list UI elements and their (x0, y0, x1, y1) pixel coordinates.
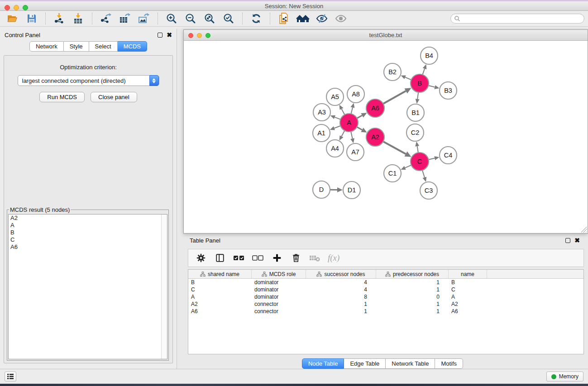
close-table-panel-icon[interactable]: ✖ (574, 238, 580, 243)
cell-name[interactable]: C (449, 286, 487, 293)
column-header-name[interactable]: name (449, 270, 487, 278)
run-mcds-button[interactable]: Run MCDS (39, 92, 85, 102)
result-item[interactable]: C (9, 236, 167, 243)
cell-shared-name[interactable]: A2 (188, 301, 252, 307)
edge-A-A1[interactable] (334, 126, 340, 128)
criterion-dropdown[interactable]: largest connected component (directed) (18, 75, 159, 86)
cell-shared-name[interactable]: A (188, 294, 252, 300)
cell-successor-nodes[interactable]: 4 (306, 286, 376, 293)
edge-B-B2[interactable] (405, 77, 411, 80)
result-item[interactable]: B (9, 229, 167, 236)
cell-predecessor-nodes[interactable]: 1 (376, 279, 449, 286)
tab-select[interactable]: Select (89, 41, 118, 52)
table-row[interactable]: A2connector11A2 (188, 300, 583, 308)
edge-A2-C[interactable] (383, 142, 406, 154)
zoom-out-icon[interactable] (182, 12, 200, 25)
edge-C-C2[interactable] (417, 146, 418, 152)
tab-mcds[interactable]: MCDS (118, 41, 147, 52)
column-header-shared-name[interactable]: shared name (188, 270, 252, 278)
delete-column-trash-icon[interactable] (290, 252, 302, 264)
result-scrollbar[interactable] (161, 214, 167, 359)
edge-A-A6[interactable] (357, 115, 363, 118)
resize-grip-icon[interactable] (581, 227, 587, 233)
cell-shared-name[interactable]: B (188, 279, 252, 286)
network-close-button[interactable] (188, 33, 193, 38)
column-browser-icon[interactable] (214, 252, 226, 264)
table-row[interactable]: Adominator80A (188, 293, 583, 300)
close-panel-button[interactable]: Close panel (91, 92, 137, 102)
cell-shared-name[interactable]: A6 (188, 308, 252, 315)
zoom-selected-icon[interactable] (220, 12, 238, 25)
export-image-icon[interactable] (135, 12, 153, 25)
export-table-icon[interactable] (116, 12, 134, 25)
table-row[interactable]: A6connector11A6 (188, 308, 583, 315)
cell-predecessor-nodes[interactable]: 0 (376, 294, 449, 300)
edge-B-B3[interactable] (428, 86, 435, 87)
tab-style[interactable]: Style (64, 41, 89, 52)
float-table-panel-icon[interactable] (565, 238, 570, 243)
cell-MCDS-role[interactable]: dominator (252, 279, 306, 286)
minimize-window-button[interactable] (14, 5, 19, 10)
table-settings-gear-icon[interactable] (195, 252, 207, 264)
cell-predecessor-nodes[interactable]: 1 (376, 301, 449, 307)
edge-A-A2[interactable] (357, 127, 363, 130)
edge-A-A3[interactable] (335, 117, 340, 119)
edge-C-C4[interactable] (429, 158, 435, 160)
import-network-icon[interactable] (50, 12, 68, 25)
show-all-icon[interactable] (332, 12, 350, 25)
edge-A-A8[interactable] (351, 108, 353, 114)
tab-network[interactable]: Network (29, 41, 64, 52)
edge-A6-B[interactable] (383, 91, 406, 104)
import-table-icon[interactable] (69, 12, 87, 25)
edge-A-A4[interactable] (342, 131, 345, 137)
memory-button[interactable]: Memory (546, 372, 583, 381)
network-graph[interactable]: B4B2BB3A5A8A6A3B1AA1C2A2A4A7C4CC1C3DD1 (184, 41, 588, 233)
cell-MCDS-role[interactable]: dominator (252, 286, 306, 293)
tab-network-table[interactable]: Network Table (386, 358, 435, 369)
select-all-columns-icon[interactable] (233, 252, 245, 264)
column-header-predecessor-nodes[interactable]: predecessor nodes (376, 270, 449, 278)
result-item[interactable]: A2 (9, 214, 167, 222)
cell-successor-nodes[interactable]: 1 (306, 301, 376, 307)
cell-name[interactable]: A2 (449, 301, 487, 307)
table-row[interactable]: Cdominator41C (188, 286, 583, 293)
cell-successor-nodes[interactable]: 1 (306, 308, 376, 315)
network-canvas[interactable]: B4B2BB3A5A8A6A3B1AA1C2A2A4A7C4CC1C3DD1 (184, 41, 588, 233)
hide-selected-icon[interactable] (313, 12, 331, 25)
network-minimize-button[interactable] (197, 33, 202, 38)
close-panel-icon[interactable]: ✖ (167, 33, 172, 38)
cell-name[interactable]: B (449, 279, 487, 286)
mcds-result-list[interactable]: A2ABCA6 (8, 214, 167, 359)
cell-successor-nodes[interactable]: 8 (306, 294, 376, 300)
column-header-MCDS-role[interactable]: MCDS role (252, 270, 306, 278)
refresh-icon[interactable] (247, 12, 265, 25)
home-icon[interactable] (294, 12, 312, 25)
cell-MCDS-role[interactable]: connector (252, 301, 306, 307)
search-input[interactable] (450, 14, 584, 24)
create-column-plus-icon[interactable] (271, 252, 283, 264)
node-table[interactable]: shared nameMCDS rolesuccessor nodesprede… (188, 269, 584, 354)
close-window-button[interactable] (5, 5, 10, 10)
zoom-fit-icon[interactable] (201, 12, 219, 25)
function-builder-icon[interactable]: f(x) (328, 253, 339, 263)
cell-predecessor-nodes[interactable]: 1 (376, 286, 449, 293)
edge-B-B1[interactable] (417, 92, 418, 99)
edge-A-A5[interactable] (342, 109, 345, 115)
edge-C-C1[interactable] (405, 165, 411, 168)
table-row[interactable]: Bdominator41B (188, 279, 583, 286)
edge-C-C3[interactable] (422, 170, 425, 177)
cell-predecessor-nodes[interactable]: 1 (376, 308, 449, 315)
edge-B-B4[interactable] (423, 69, 425, 75)
cell-successor-nodes[interactable]: 4 (306, 279, 376, 286)
tab-edge-table[interactable]: Edge Table (344, 358, 386, 369)
cell-MCDS-role[interactable]: connector (252, 308, 306, 315)
cell-shared-name[interactable]: C (188, 286, 252, 293)
new-network-from-selection-icon[interactable] (275, 12, 293, 25)
task-history-button[interactable] (5, 372, 16, 381)
cell-name[interactable]: A (449, 294, 487, 300)
delete-table-icon[interactable] (309, 252, 321, 264)
tab-motifs[interactable]: Motifs (435, 358, 463, 369)
zoom-window-button[interactable] (23, 5, 28, 10)
result-item[interactable]: A (9, 222, 167, 229)
cell-name[interactable]: A6 (449, 308, 487, 315)
